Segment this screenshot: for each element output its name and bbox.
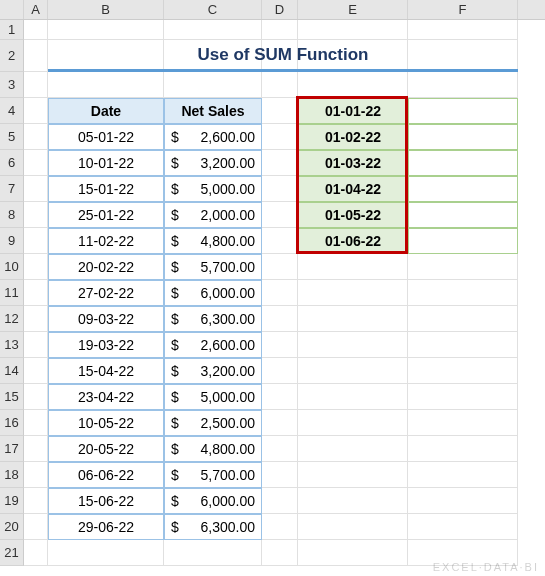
cell-D17[interactable] (262, 436, 298, 462)
row-header-10[interactable]: 10 (0, 254, 24, 280)
spreadsheet-grid[interactable]: ABCDEF Use of SUM FunctionDateNet Sales0… (0, 0, 545, 576)
result-cell-9[interactable] (408, 228, 518, 254)
cell-F1[interactable] (408, 20, 518, 40)
row-header-8[interactable]: 8 (0, 202, 24, 228)
cell-F20[interactable] (408, 514, 518, 540)
sales-cell-17[interactable]: $4,800.00 (164, 436, 262, 462)
cell-F18[interactable] (408, 462, 518, 488)
row-header-1[interactable]: 1 (0, 20, 24, 40)
col-header-C[interactable]: C (164, 0, 262, 19)
sales-cell-18[interactable]: $5,700.00 (164, 462, 262, 488)
cell-D20[interactable] (262, 514, 298, 540)
cell-D8[interactable] (262, 202, 298, 228)
cell-A14[interactable] (24, 358, 48, 384)
cell-E20[interactable] (298, 514, 408, 540)
date-cell-20[interactable]: 29-06-22 (48, 514, 164, 540)
date-cell-11[interactable]: 27-02-22 (48, 280, 164, 306)
row-header-20[interactable]: 20 (0, 514, 24, 540)
cell-A3[interactable] (24, 72, 48, 98)
result-cell-4[interactable] (408, 98, 518, 124)
date-cell-15[interactable]: 23-04-22 (48, 384, 164, 410)
date-cell-12[interactable]: 09-03-22 (48, 306, 164, 332)
cell-A11[interactable] (24, 280, 48, 306)
cell-E1[interactable] (298, 20, 408, 40)
month-cell-8[interactable]: 01-05-22 (298, 202, 408, 228)
title-cell[interactable]: Use of SUM Function (48, 40, 518, 72)
row-header-7[interactable]: 7 (0, 176, 24, 202)
month-cell-9[interactable]: 01-06-22 (298, 228, 408, 254)
cell-E16[interactable] (298, 410, 408, 436)
result-cell-8[interactable] (408, 202, 518, 228)
cell-D21[interactable] (262, 540, 298, 566)
cell-F3[interactable] (408, 72, 518, 98)
row-header-6[interactable]: 6 (0, 150, 24, 176)
month-cell-6[interactable]: 01-03-22 (298, 150, 408, 176)
cell-A7[interactable] (24, 176, 48, 202)
col-header-D[interactable]: D (262, 0, 298, 19)
cell-D9[interactable] (262, 228, 298, 254)
cell-E17[interactable] (298, 436, 408, 462)
cell-E15[interactable] (298, 384, 408, 410)
cells-area[interactable]: Use of SUM FunctionDateNet Sales05-01-22… (24, 20, 545, 576)
row-header-2[interactable]: 2 (0, 40, 24, 72)
cell-D19[interactable] (262, 488, 298, 514)
sales-cell-12[interactable]: $6,300.00 (164, 306, 262, 332)
row-header-12[interactable]: 12 (0, 306, 24, 332)
cell-E3[interactable] (298, 72, 408, 98)
cell-A4[interactable] (24, 98, 48, 124)
cell-D3[interactable] (262, 72, 298, 98)
cell-E13[interactable] (298, 332, 408, 358)
cell-E14[interactable] (298, 358, 408, 384)
cell-F10[interactable] (408, 254, 518, 280)
result-cell-7[interactable] (408, 176, 518, 202)
select-all-corner[interactable] (0, 0, 24, 19)
cell-A6[interactable] (24, 150, 48, 176)
sales-cell-11[interactable]: $6,000.00 (164, 280, 262, 306)
date-cell-17[interactable]: 20-05-22 (48, 436, 164, 462)
row-header-4[interactable]: 4 (0, 98, 24, 124)
cell-C3[interactable] (164, 72, 262, 98)
sales-cell-10[interactable]: $5,700.00 (164, 254, 262, 280)
cell-D18[interactable] (262, 462, 298, 488)
cell-A13[interactable] (24, 332, 48, 358)
cell-D5[interactable] (262, 124, 298, 150)
date-cell-16[interactable]: 10-05-22 (48, 410, 164, 436)
row-header-16[interactable]: 16 (0, 410, 24, 436)
cell-F16[interactable] (408, 410, 518, 436)
cell-D16[interactable] (262, 410, 298, 436)
date-cell-7[interactable]: 15-01-22 (48, 176, 164, 202)
row-header-18[interactable]: 18 (0, 462, 24, 488)
date-cell-8[interactable]: 25-01-22 (48, 202, 164, 228)
cell-A12[interactable] (24, 306, 48, 332)
cell-A2[interactable] (24, 40, 48, 72)
col-header-B[interactable]: B (48, 0, 164, 19)
sales-cell-13[interactable]: $2,600.00 (164, 332, 262, 358)
cell-A17[interactable] (24, 436, 48, 462)
month-cell-7[interactable]: 01-04-22 (298, 176, 408, 202)
cell-E21[interactable] (298, 540, 408, 566)
cell-B21[interactable] (48, 540, 164, 566)
cell-A8[interactable] (24, 202, 48, 228)
sales-cell-20[interactable]: $6,300.00 (164, 514, 262, 540)
col-header-A[interactable]: A (24, 0, 48, 19)
cell-F19[interactable] (408, 488, 518, 514)
row-header-15[interactable]: 15 (0, 384, 24, 410)
date-cell-13[interactable]: 19-03-22 (48, 332, 164, 358)
cell-B1[interactable] (48, 20, 164, 40)
result-cell-5[interactable] (408, 124, 518, 150)
row-header-5[interactable]: 5 (0, 124, 24, 150)
cell-F12[interactable] (408, 306, 518, 332)
row-header-3[interactable]: 3 (0, 72, 24, 98)
date-cell-14[interactable]: 15-04-22 (48, 358, 164, 384)
header-sales[interactable]: Net Sales (164, 98, 262, 124)
sales-cell-8[interactable]: $2,000.00 (164, 202, 262, 228)
cell-D1[interactable] (262, 20, 298, 40)
cell-C21[interactable] (164, 540, 262, 566)
date-cell-10[interactable]: 20-02-22 (48, 254, 164, 280)
cell-E10[interactable] (298, 254, 408, 280)
cell-A20[interactable] (24, 514, 48, 540)
row-header-13[interactable]: 13 (0, 332, 24, 358)
cell-D15[interactable] (262, 384, 298, 410)
cell-A10[interactable] (24, 254, 48, 280)
sales-cell-6[interactable]: $3,200.00 (164, 150, 262, 176)
